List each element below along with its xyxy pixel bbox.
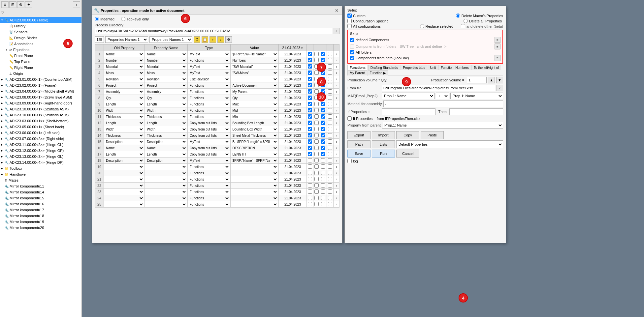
prop-name-select[interactable] [145,202,187,207]
type-cell[interactable]: Copy from cut lists [187,120,230,126]
value-cell[interactable]: DESCRIPTION [230,145,279,151]
prop-name-cell[interactable]: Name [145,51,188,57]
check1[interactable] [308,146,312,150]
chk1-cell[interactable] [306,120,313,126]
check2[interactable] [314,108,319,112]
check1[interactable] [308,64,312,69]
value-cell[interactable]: LENGTH [230,151,279,158]
chk1-cell[interactable] [306,51,313,57]
prop-name-cell[interactable]: Length [145,151,188,158]
check1[interactable] [308,177,312,181]
arrow-cell[interactable]: ‹ [333,164,339,170]
check1[interactable] [308,189,312,194]
check4[interactable] [328,58,332,62]
func-tab-1[interactable]: Drafting Standards [368,65,400,70]
old-prop-cell[interactable]: Assembly [104,89,145,95]
value-select[interactable]: Active Document [231,83,278,88]
chk2-cell[interactable] [313,101,320,107]
arrow-cell[interactable]: ‹ [333,139,339,145]
chk3-cell[interactable] [320,183,327,189]
value-cell[interactable]: $PRP:"SW-File Name" [230,51,279,57]
prop-name-select[interactable]: Assembly [145,89,187,94]
value-select[interactable]: $PRP:"SW-File Name" [231,51,278,57]
type-select[interactable]: List: Revision [188,76,230,82]
type-select[interactable]: Functions [188,108,230,113]
prop-name-cell[interactable]: Assembly [145,89,188,95]
check1[interactable] [308,158,312,162]
check2[interactable] [314,89,319,94]
chk1-cell[interactable] [306,139,313,145]
type-cell[interactable]: Functions [187,101,230,107]
prop-name-select[interactable] [145,189,187,194]
tree-item-13[interactable]: ▸🔧ADK23.08.00.00<1> (Drzwi lewe ASM) [0,94,81,100]
prod-vol-up-btn[interactable]: ▲ [488,77,495,83]
old-prop-cell[interactable] [104,189,145,195]
custom-checkbox[interactable] [347,14,352,18]
type-select[interactable]: Copy from cut lists [188,152,230,157]
arrow-cell[interactable]: ‹ [333,57,339,64]
prop-names-dropdown-2[interactable]: Properties Names 1 [149,36,192,43]
value-cell[interactable] [230,201,279,208]
check3[interactable] [321,152,325,156]
arrow-cell[interactable]: ‹ [333,176,339,183]
value-select[interactable]: DESCRIPTION [231,145,278,151]
old-prop-select[interactable]: Qty. [105,95,144,101]
type-select[interactable]: Copy from cut lists [188,133,230,138]
tree-item-9[interactable]: ⊥Origin [0,71,81,76]
chk1-cell[interactable] [306,89,313,95]
type-select[interactable]: Functions [188,83,230,88]
check2[interactable] [314,183,319,187]
value-select[interactable]: Sheet Metal Thickness [231,133,278,138]
prop-name-select[interactable]: Qty. [145,95,187,101]
chk3-cell[interactable] [320,132,327,139]
tree-item-22[interactable]: ▸🔧ADK23.12.00.00<3>> (Hinge GP) [0,148,81,154]
prop-name-select[interactable]: Name [145,51,187,57]
old-prop-cell[interactable] [104,170,145,176]
chk1-cell[interactable] [306,57,313,64]
func-tab-7[interactable]: Function ▶ [368,70,388,75]
tree-item-7[interactable]: 📏Top Plane [0,59,81,65]
chk3-cell[interactable] [320,158,327,164]
old-prop-select[interactable]: Mass [105,70,144,75]
chk3-cell[interactable] [320,126,327,132]
type-select[interactable]: Functions [188,202,230,207]
copy-button[interactable]: Copy [396,131,419,139]
type-cell[interactable]: List: Revision [187,76,230,82]
type-select[interactable]: Functions [188,177,230,182]
type-cell[interactable]: Copy from cut lists [187,145,230,151]
value-select[interactable]: Bounding Box Width [231,127,278,132]
chk4-cell[interactable] [327,176,333,183]
chk2-cell[interactable] [313,126,320,132]
old-prop-cell[interactable] [104,183,145,189]
chk3-cell[interactable] [320,151,327,158]
prop-name-select[interactable]: Thickness [145,114,187,119]
func-tab-0[interactable]: Functions [347,65,368,70]
check2[interactable] [314,202,319,206]
old-prop-select[interactable] [105,164,144,169]
check4[interactable] [328,196,332,200]
chk4-cell[interactable] [327,70,333,76]
tree-item-33[interactable]: 🔩Mirror komponentu18 [0,213,81,219]
prop-name-cell[interactable] [145,176,188,183]
check1[interactable] [308,121,312,125]
tree-item-24[interactable]: ▸🔧ADK23.14.00.00<4>> (Hinge DP) [0,159,81,165]
from-folders-sw-label[interactable]: Components from folders - SW Tree - clic… [350,44,493,49]
chk4-cell[interactable] [327,57,333,64]
chk1-cell[interactable] [306,101,313,107]
value-cell[interactable]: BL $PRP:"Length" x $PRI [230,139,279,145]
old-prop-cell[interactable]: Length [104,151,145,158]
toolbar-btn-3[interactable]: ⊕ [17,1,24,8]
check1[interactable] [308,71,312,75]
tree-item-11[interactable]: ▸🔧ADK23.02.00.00<1> (Frame) [0,82,81,88]
tree-item-28[interactable]: 🔩Mirror komponentu11 [0,183,81,189]
check2[interactable] [314,139,319,144]
chk4-cell[interactable] [327,189,333,195]
arrow-cell[interactable]: ‹ [333,107,339,114]
chk2-cell[interactable] [313,57,320,64]
prop-name-select[interactable]: Thickness [145,133,187,138]
old-prop-cell[interactable]: Length [104,101,145,107]
old-prop-select[interactable]: Project [105,83,144,88]
chk1-cell[interactable] [306,114,313,120]
chk1-cell[interactable] [306,170,313,176]
check4[interactable] [328,146,332,150]
